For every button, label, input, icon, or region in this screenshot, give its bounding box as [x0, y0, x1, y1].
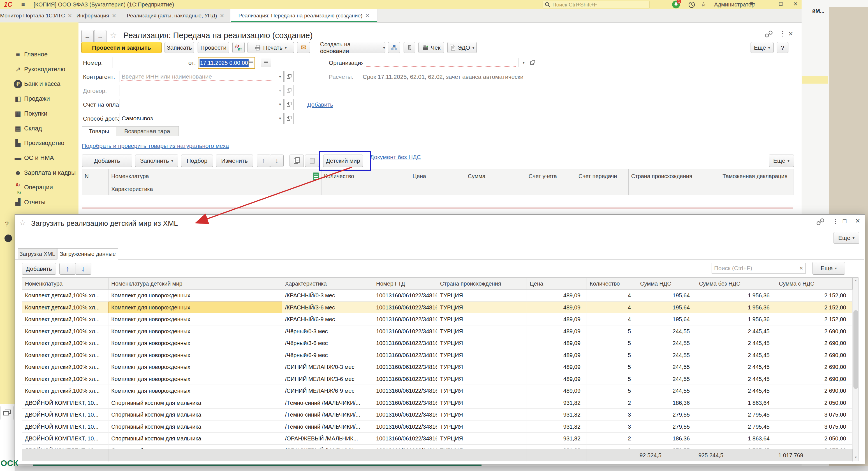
dialog-more-button[interactable]: Еще▾ — [834, 232, 859, 244]
table-cell[interactable]: Комплект детский,100% хл... — [22, 325, 108, 337]
fur-goods-link[interactable]: Подобрать и проверить товары из натураль… — [82, 143, 229, 149]
dialog-table-header-5[interactable]: Страна происхождения — [437, 278, 527, 290]
tab-returnable-tare[interactable]: Возвратная тара — [116, 126, 179, 136]
table-cell[interactable]: 1 863,64 — [696, 433, 776, 445]
table-cell[interactable]: ТУРЦИЯ — [437, 445, 527, 449]
goods-fill-button[interactable]: Заполнить▾ — [135, 154, 178, 167]
table-cell[interactable]: /ОРАНЖЕВЫЙ /МАЛЬЧИК — [282, 445, 373, 449]
table-cell[interactable]: 244,55 — [637, 337, 696, 349]
table-cell[interactable]: 279,55 — [637, 421, 696, 433]
table-cell[interactable]: 195,64 — [637, 290, 696, 301]
table-cell[interactable]: 10013160/061022/3481659 — [373, 421, 437, 433]
maximize-icon[interactable]: □ — [779, 1, 782, 7]
table-cell[interactable]: 489,09 — [527, 301, 587, 314]
table-cell[interactable]: ТУРЦИЯ — [437, 290, 527, 301]
org-input[interactable]: ▾ — [363, 57, 527, 68]
dialog-row-down-button[interactable]: ↓ — [75, 263, 91, 275]
table-cell[interactable]: Комплект детский,100% хл... — [22, 313, 108, 325]
dialog-close-icon[interactable]: ✕ — [855, 217, 860, 225]
selected-cell[interactable]: Комплект для новорожденных — [108, 301, 282, 314]
envelope-button[interactable]: ✉ — [297, 42, 310, 53]
table-cell[interactable]: ТУРЦИЯ — [437, 349, 527, 361]
table-cell[interactable]: ДВОЙНОЙ КОМПЛЕКТ, 10... — [22, 421, 108, 433]
dialog-table-header-10[interactable]: Сумма с НДС — [776, 278, 852, 290]
delivery-dropdown-icon[interactable]: ▾ — [279, 116, 281, 121]
table-cell[interactable]: Комплект детский,100% хл... — [22, 301, 108, 314]
table-cell[interactable]: Спортивный костюм для мальчика — [108, 445, 282, 449]
counterparty-open-button[interactable] — [284, 71, 294, 82]
table-cell[interactable]: /Тёмно-синий /МАЛЬЧИКИ/... — [282, 409, 373, 421]
table-cell[interactable]: 5 — [587, 337, 637, 349]
table-cell[interactable]: 5 — [587, 373, 637, 385]
table-cell[interactable]: ТУРЦИЯ — [437, 373, 527, 385]
table-cell[interactable]: /СИНИЙ МЕЛАНЖ/0-3 мес — [282, 361, 373, 373]
table-cell[interactable]: 2 445,45 — [696, 325, 776, 337]
table-cell[interactable]: ТУРЦИЯ — [437, 433, 527, 445]
tab-close-icon[interactable]: ✕ — [220, 12, 224, 19]
table-cell[interactable]: 3 — [587, 445, 637, 449]
service-menu-icon[interactable]: ≡▾ — [750, 0, 755, 7]
table-cell[interactable]: 4 — [587, 313, 637, 325]
table-cell[interactable]: 10013160/061022/3481659 — [373, 373, 437, 385]
table-cell[interactable]: 2 445,45 — [696, 373, 776, 385]
window-tab[interactable]: Монитор Портала 1С:ИТС✕ — [0, 9, 72, 22]
minimize-icon[interactable]: – — [767, 0, 771, 7]
counterparty-dropdown-icon[interactable]: ▾ — [279, 74, 281, 79]
table-cell[interactable]: 2 690,00 — [776, 325, 852, 337]
table-cell[interactable]: 244,55 — [637, 349, 696, 361]
table-cell[interactable]: Спортивный костюм для мальчика — [108, 421, 282, 433]
no-vat-link[interactable]: Документ без НДС — [370, 154, 421, 160]
table-row[interactable]: Комплект детский,100% хл...Комплект для … — [22, 301, 852, 314]
dialog-add-button[interactable]: Добавить — [22, 263, 56, 275]
table-cell[interactable]: /СИНИЙ МЕЛАНЖ/6-9 мес — [282, 385, 373, 397]
sidebar-item-6[interactable]: ▤Склад — [0, 121, 79, 136]
form-menu-dots-icon[interactable]: ⋮ — [779, 30, 786, 37]
table-cell[interactable]: /КРАСНЫЙ/0-3 мес — [282, 290, 373, 301]
table-cell[interactable]: Комплект для новорожденных — [108, 290, 282, 301]
table-cell[interactable]: ТУРЦИЯ — [437, 325, 527, 337]
table-cell[interactable]: 10013160/061022/3481659 — [373, 397, 437, 409]
date-list-button[interactable] — [261, 58, 271, 67]
table-cell[interactable]: ДВОЙНОЙ КОМПЛЕКТ, 10... — [22, 433, 108, 445]
create-on-basis-button[interactable]: Создать на основании▾ — [320, 42, 385, 53]
scrollbar-thumb[interactable] — [854, 310, 858, 389]
print-button[interactable]: Печать▾ — [247, 42, 294, 53]
table-cell[interactable]: Спортивный костюм для мальчика — [108, 397, 282, 409]
table-cell[interactable]: 489,09 — [527, 349, 587, 361]
invoice-input[interactable]: ▾ — [119, 99, 284, 110]
table-cell[interactable]: ДВОЙНОЙ КОМПЛЕКТ, 10 — [22, 445, 108, 449]
sidebar-item-10[interactable]: ДтКтОперации — [0, 180, 79, 195]
table-cell[interactable]: 244,55 — [637, 373, 696, 385]
invoice-open-button[interactable] — [284, 99, 294, 110]
table-cell[interactable]: Комплект для новорожденных — [108, 385, 282, 397]
table-cell[interactable]: /Чёрный/6-9 мес — [282, 349, 373, 361]
table-cell[interactable]: 931,82 — [527, 445, 587, 449]
notifications-icon[interactable]: 1 — [672, 1, 680, 8]
table-cell[interactable]: 489,09 — [527, 385, 587, 397]
invoice-add-link[interactable]: Добавить — [307, 101, 333, 108]
window-tab[interactable]: Реализация (акты, накладные, УПД)✕ — [121, 9, 231, 22]
help-icon[interactable]: ? — [5, 220, 9, 228]
window-tab[interactable]: Информация✕ — [72, 9, 121, 22]
table-cell[interactable]: 195,64 — [637, 301, 696, 314]
sidebar-item-5[interactable]: ▦Покупки — [0, 107, 79, 121]
delivery-open-button[interactable] — [284, 113, 294, 124]
table-row[interactable]: Комплект детский,100% хл...Комплект для … — [22, 313, 852, 325]
table-cell[interactable]: ТУРЦИЯ — [437, 361, 527, 373]
calendar-icon[interactable] — [248, 60, 253, 65]
table-cell[interactable]: 489,09 — [527, 325, 587, 337]
table-cell[interactable]: 2 795,45 — [696, 445, 776, 449]
table-cell[interactable]: 244,55 — [637, 325, 696, 337]
dialog-table-header-6[interactable]: Цена — [527, 278, 587, 290]
goods-add-button[interactable]: Добавить — [82, 154, 132, 167]
table-row[interactable]: Комплект детский,100% хл...Комплект для … — [22, 373, 852, 385]
forward-button[interactable]: → — [94, 30, 106, 43]
table-cell[interactable]: 3 — [587, 409, 637, 421]
table-cell[interactable]: 10013160/061022/3481659 — [373, 290, 437, 301]
table-cell[interactable]: 2 152,00 — [776, 290, 852, 301]
sidebar-item-8[interactable]: ▬ОС и НМА — [0, 151, 79, 165]
table-cell[interactable]: Комплект для новорожденных — [108, 349, 282, 361]
dialog-table-header-7[interactable]: Количество — [587, 278, 637, 290]
table-cell[interactable]: 5 — [587, 361, 637, 373]
tab-close-icon[interactable]: ✕ — [112, 12, 116, 19]
